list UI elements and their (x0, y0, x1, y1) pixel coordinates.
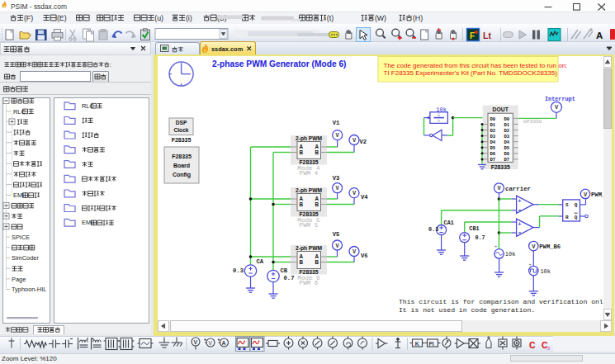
svg-text:10k: 10k (540, 268, 551, 275)
svg-text:It is not used in code generat: It is not used in code generation. (399, 306, 535, 314)
svg-text:(H): (H) (413, 14, 423, 22)
svg-text:(i): (i) (186, 14, 192, 22)
svg-text:This circuit is for comparison: This circuit is for comparison and verif… (399, 298, 603, 305)
svg-text:A: A (222, 340, 226, 346)
svg-text:PSIM - ssdax.com: PSIM - ssdax.com (11, 2, 67, 11)
svg-text:Page: Page (12, 276, 26, 283)
svg-text:D3: D3 (504, 134, 510, 139)
svg-text:+: + (518, 199, 522, 205)
svg-text:D3: D3 (490, 134, 496, 139)
svg-text:PWM 6: PWM 6 (300, 280, 319, 286)
svg-text:EMI: EMI (13, 191, 24, 199)
svg-text:V2: V2 (360, 139, 367, 145)
svg-text:Config: Config (173, 172, 191, 178)
svg-text:GPIO30: GPIO30 (523, 119, 542, 125)
svg-text:(F): (F) (24, 14, 33, 22)
svg-text:CB1: CB1 (469, 225, 479, 232)
svg-text:C: C (529, 340, 536, 350)
svg-text:+: + (518, 222, 522, 228)
svg-text:D4: D4 (490, 139, 496, 145)
svg-text:CA1: CA1 (444, 220, 454, 226)
svg-text:D0: D0 (490, 116, 496, 122)
svg-text:The code generated from this c: The code generated from this circuit has… (384, 62, 568, 69)
svg-text:V: V (209, 340, 213, 346)
svg-text:PWM_A6: PWM_A6 (591, 191, 613, 198)
svg-text:2: 2 (547, 346, 551, 351)
svg-text:K: K (415, 341, 419, 347)
svg-text:F28335: F28335 (491, 164, 510, 170)
svg-text:S: S (565, 202, 569, 208)
svg-text:D7: D7 (504, 157, 510, 163)
svg-text:Clock: Clock (174, 127, 189, 133)
svg-text:SimCoder: SimCoder (12, 254, 39, 262)
svg-text:B: B (315, 149, 319, 155)
svg-text:PWM 4: PWM 4 (300, 170, 319, 177)
svg-text:(W): (W) (375, 14, 386, 22)
svg-text:F28335: F28335 (172, 154, 192, 159)
svg-text:0.7: 0.7 (475, 234, 485, 241)
svg-text:Zoom Level: %120: Zoom Level: %120 (2, 355, 57, 362)
svg-text:D0: D0 (504, 116, 510, 122)
svg-text:B: B (300, 149, 304, 155)
svg-text:V1: V1 (333, 120, 340, 126)
svg-text:SPICE: SPICE (12, 234, 30, 241)
svg-text:V6: V6 (361, 253, 368, 259)
svg-text:0.3: 0.3 (428, 226, 438, 233)
svg-text:0.7: 0.7 (284, 275, 295, 281)
svg-text:PI: PI (429, 341, 434, 347)
svg-text:PWM 5: PWM 5 (300, 222, 319, 229)
svg-text:D5: D5 (504, 145, 510, 151)
svg-text::: : (110, 62, 111, 68)
svg-text:V: V (194, 339, 198, 345)
svg-text:2-phase PWM Generator (Mode 6): 2-phase PWM Generator (Mode 6) (212, 59, 346, 69)
svg-text:Lt: Lt (483, 31, 491, 40)
svg-text:2-ph PWM: 2-ph PWM (296, 187, 322, 194)
svg-text:D5: D5 (490, 145, 496, 151)
svg-text:10k: 10k (505, 251, 516, 258)
svg-text:2-ph PWM: 2-ph PWM (296, 135, 322, 142)
svg-text:2-ph PWM: 2-ph PWM (296, 245, 322, 252)
svg-text:TI F28335 Experimenter's Kit (: TI F28335 Experimenter's Kit (Part No. T… (384, 69, 558, 77)
svg-text:(t): (t) (327, 14, 334, 22)
svg-text:D2: D2 (490, 128, 496, 134)
svg-text:V5: V5 (333, 231, 340, 238)
svg-text:DSP: DSP (176, 120, 187, 125)
svg-text:(E): (E) (57, 14, 67, 22)
svg-text:carrier: carrier (505, 186, 531, 192)
svg-text:B: B (315, 259, 319, 265)
svg-text:DOUT: DOUT (493, 106, 509, 112)
svg-text:V3: V3 (333, 175, 340, 182)
svg-text:D6: D6 (490, 151, 496, 157)
svg-text:(u): (u) (154, 14, 163, 22)
svg-text:PWM_B6: PWM_B6 (539, 243, 561, 250)
svg-text:B: B (315, 201, 319, 207)
svg-text:F: F (470, 31, 475, 40)
svg-text:+: + (494, 243, 497, 249)
svg-text:A: A (596, 31, 603, 40)
svg-text:1: 1 (438, 113, 440, 117)
svg-text:Q: Q (575, 215, 578, 220)
svg-text:D1: D1 (504, 122, 510, 128)
svg-text:B: B (300, 201, 304, 207)
svg-text:CA: CA (257, 258, 264, 265)
svg-text:z: z (438, 119, 440, 123)
svg-text:D1: D1 (490, 122, 496, 128)
svg-text:Interrupt: Interrupt (545, 96, 575, 102)
svg-text:V4: V4 (361, 194, 368, 201)
svg-text:D4: D4 (504, 139, 510, 145)
svg-text:Board: Board (173, 163, 190, 168)
svg-text:D7: D7 (490, 157, 496, 163)
svg-text:D2: D2 (504, 128, 510, 134)
svg-text:B: B (300, 259, 304, 265)
svg-text:Typhoon-HIL: Typhoon-HIL (12, 286, 46, 293)
svg-text:EMI: EMI (82, 219, 92, 226)
svg-text:F28335: F28335 (172, 137, 192, 143)
svg-text:R: R (565, 215, 569, 220)
svg-text:Q: Q (575, 202, 578, 208)
svg-text:CB: CB (281, 267, 288, 274)
svg-text:0.3: 0.3 (233, 267, 244, 274)
svg-text:D6: D6 (504, 151, 510, 157)
svg-text:ssdax.com: ssdax.com (211, 45, 244, 53)
